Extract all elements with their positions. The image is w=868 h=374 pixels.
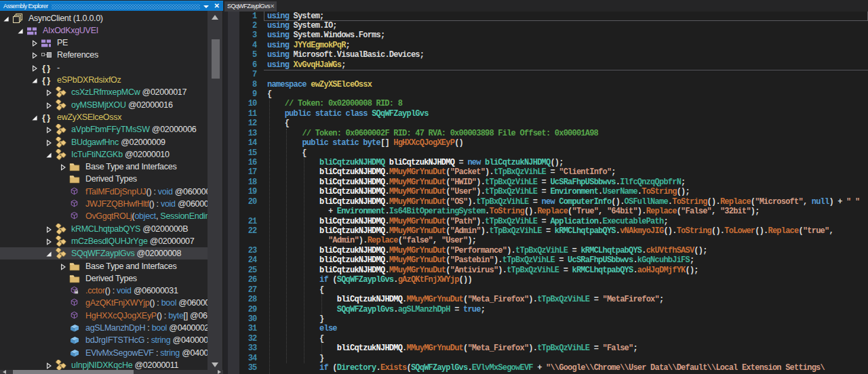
svg-text:{ }: { } — [42, 62, 50, 72]
svg-text:{ }: { } — [42, 75, 50, 85]
svg-text:{ }: { } — [42, 112, 50, 122]
